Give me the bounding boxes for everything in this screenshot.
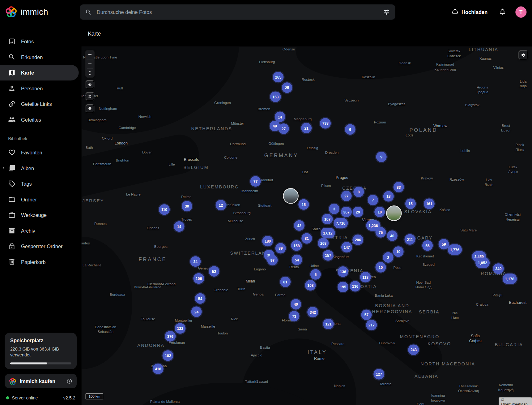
map-cluster-marker[interactable]: 54	[195, 293, 206, 304]
map-cluster-marker[interactable]: 15	[298, 199, 309, 210]
map-cluster-marker[interactable]: 81	[301, 233, 312, 244]
map-cluster-marker[interactable]: 21	[301, 123, 312, 133]
map-cluster-marker[interactable]: 89	[275, 243, 286, 253]
app-logo[interactable]: immich	[6, 0, 48, 24]
map-cluster-marker[interactable]: 122	[175, 323, 186, 334]
map-cluster-marker[interactable]: 418	[153, 364, 164, 374]
map-attribution[interactable]: © OpenStreetMap	[499, 397, 532, 405]
map-cluster-marker[interactable]: 127	[373, 369, 385, 380]
map-cluster-marker[interactable]: 118	[360, 272, 371, 282]
map-cluster-marker[interactable]: 163	[270, 92, 281, 102]
info-icon[interactable]	[66, 378, 72, 384]
map-cluster-marker[interactable]: 7	[368, 195, 378, 205]
sidebar-item-ordner[interactable]: Ordner	[0, 192, 79, 207]
map-cluster-marker[interactable]: 180	[262, 236, 273, 246]
zoom-in-button[interactable]	[86, 50, 95, 59]
map-cluster-marker[interactable]: 121	[323, 319, 334, 329]
map-cluster-marker[interactable]: 1,612	[321, 228, 335, 238]
map-cluster-marker[interactable]: 5	[310, 269, 321, 280]
map-cluster-marker[interactable]: 158	[291, 240, 302, 251]
map-cluster-marker[interactable]: 102	[163, 350, 174, 361]
map-cluster-marker[interactable]: 75	[375, 227, 386, 238]
sidebar-item-geteilte-links[interactable]: Geteilte Links	[0, 96, 79, 112]
zoom-out-button[interactable]	[86, 59, 95, 68]
map-cluster-marker[interactable]: 10	[374, 207, 385, 217]
map-cluster-marker[interactable]: 56	[422, 240, 433, 251]
map-photo-marker[interactable]	[283, 188, 298, 204]
map-cluster-marker[interactable]: 7,716	[334, 218, 348, 228]
map-settings-button[interactable]	[518, 50, 528, 60]
map-cluster-marker[interactable]: 77	[250, 176, 261, 187]
sidebar-item-favoriten[interactable]: Favoriten	[0, 145, 79, 160]
notifications-button[interactable]	[499, 8, 506, 16]
fullscreen-button[interactable]	[86, 92, 95, 101]
map-cluster-marker[interactable]: 206	[352, 235, 364, 245]
map-cluster-marker[interactable]: 40	[387, 231, 398, 241]
sidebar-item-papierkorb[interactable]: Papierkorb	[0, 254, 79, 269]
map-cluster-marker[interactable]: 3	[329, 204, 339, 214]
map-cluster-marker[interactable]: 211	[404, 234, 415, 245]
map-cluster-marker[interactable]: 10	[393, 246, 404, 257]
sidebar-item-personen[interactable]: Personen	[0, 80, 79, 96]
map-cluster-marker[interactable]: 14	[275, 112, 285, 122]
sidebar-item-fotos[interactable]: Fotos	[0, 34, 79, 49]
map-cluster-marker[interactable]: 12	[216, 200, 226, 210]
map-cluster-marker[interactable]: 27	[279, 123, 289, 134]
map-cluster-marker[interactable]: 107	[322, 214, 333, 224]
map-canvas[interactable]: LITHUANIAPOLANDGERMANYNETHERLANDSBELGIUM…	[81, 46, 532, 405]
map-cluster-marker[interactable]: 1,052	[475, 258, 490, 268]
map-cluster-marker[interactable]: 42	[294, 220, 304, 231]
map-cluster-marker[interactable]: 265	[273, 72, 284, 82]
map-cluster-marker[interactable]: 367	[341, 207, 352, 217]
upload-button[interactable]: Hochladen	[450, 8, 490, 16]
sidebar-item-archiv[interactable]: Archiv	[0, 223, 79, 238]
map-cluster-marker[interactable]: 1,776	[448, 244, 462, 255]
sidebar-item-alben[interactable]: Alben	[0, 160, 79, 176]
map-cluster-marker[interactable]: 10	[375, 262, 386, 273]
map-cluster-marker[interactable]: 106	[193, 273, 204, 284]
map-cluster-marker[interactable]: 342	[307, 307, 318, 317]
sidebar-item-gesperrter-ordner[interactable]: Gesperrter Ordner	[0, 239, 79, 254]
map-cluster-marker[interactable]: 136	[338, 266, 349, 277]
sidebar-item-tags[interactable]: Tags	[0, 176, 79, 192]
map-cluster-marker[interactable]: 97	[267, 255, 278, 265]
map-cluster-marker[interactable]: 40	[291, 299, 301, 309]
map-cluster-marker[interactable]: 9	[376, 152, 387, 162]
buy-immich-button[interactable]: Immich kaufen	[5, 374, 77, 388]
map-cluster-marker[interactable]: 243	[408, 345, 419, 355]
map-cluster-marker[interactable]: 8	[353, 187, 364, 197]
map-cluster-marker[interactable]: 24	[190, 256, 201, 267]
map-cluster-marker[interactable]: 217	[366, 320, 377, 330]
map-cluster-marker[interactable]: 27	[341, 191, 352, 201]
map-cluster-marker[interactable]: 54	[292, 255, 302, 265]
map-cluster-marker[interactable]: 30	[182, 201, 192, 211]
map-cluster-marker[interactable]: 108	[305, 280, 316, 291]
map-cluster-marker[interactable]: 15	[405, 199, 416, 209]
map-cluster-marker[interactable]: 157	[323, 250, 334, 261]
map-cluster-marker[interactable]: 14	[174, 221, 185, 232]
map-cluster-marker[interactable]: 161	[424, 199, 435, 209]
map-cluster-marker[interactable]: 25	[282, 82, 292, 93]
map-cluster-marker[interactable]: 59	[439, 239, 449, 249]
search-input[interactable]	[96, 9, 379, 15]
map-cluster-marker[interactable]: 738	[320, 118, 331, 128]
sidebar-item-werkzeuge[interactable]: Werkzeuge	[0, 207, 79, 223]
map-cluster-marker[interactable]: 6	[345, 124, 355, 135]
map-cluster-marker[interactable]: 2	[383, 252, 394, 263]
map-cluster-marker[interactable]: 268	[318, 238, 329, 248]
map-cluster-marker[interactable]: 29	[353, 207, 363, 217]
map-cluster-marker[interactable]: 24	[191, 307, 202, 317]
user-avatar[interactable]: T	[515, 6, 526, 18]
map-cluster-marker[interactable]: 81	[280, 277, 291, 287]
map-cluster-marker[interactable]: 18	[383, 191, 394, 201]
chevron-right-icon[interactable]	[1, 166, 6, 170]
sidebar-item-geteiltes[interactable]: Geteiltes	[0, 112, 79, 127]
search-bar[interactable]	[80, 4, 395, 19]
map-cluster-marker[interactable]: 57	[361, 309, 372, 320]
sidebar-item-erkunden[interactable]: Erkunden	[0, 49, 79, 65]
map-cluster-marker[interactable]: 136	[350, 281, 361, 291]
map-cluster-marker[interactable]: 73	[289, 311, 300, 321]
map-cluster-marker[interactable]: 195	[338, 282, 349, 292]
map-photo-marker[interactable]	[386, 205, 402, 221]
map-cluster-marker[interactable]: 376	[165, 331, 176, 342]
